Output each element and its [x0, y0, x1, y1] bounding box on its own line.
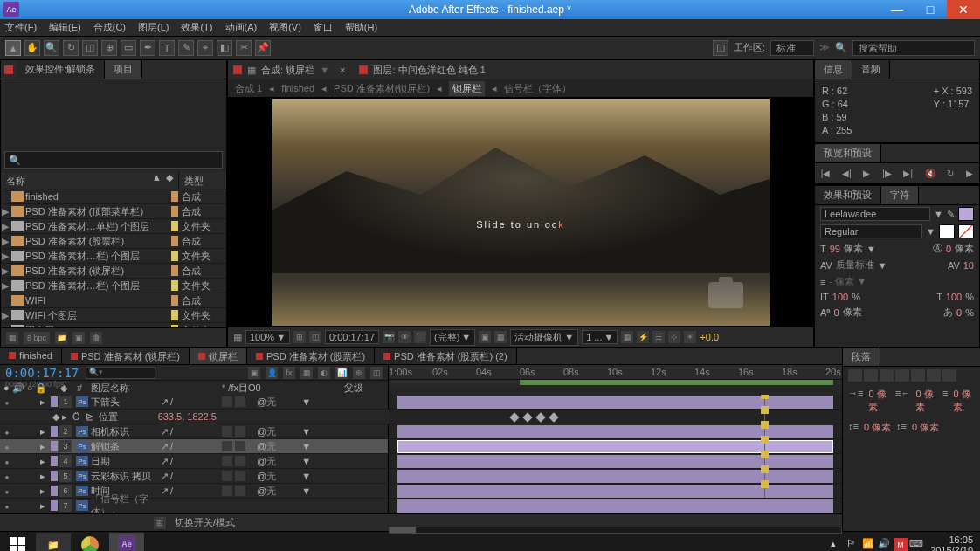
- time-ruler[interactable]: 1:00s02s04s06s08s10s12s14s16s18s20s: [389, 365, 842, 380]
- camera-tool[interactable]: ◫: [82, 40, 98, 56]
- timeline-icon[interactable]: ☰: [652, 331, 665, 343]
- tl-comp-icon[interactable]: ▣: [248, 367, 260, 379]
- project-item[interactable]: ▶PSD 准备素材 (锁屏栏)合成: [1, 264, 226, 279]
- indent-right[interactable]: 0 像素: [915, 388, 937, 414]
- flowchart-icon[interactable]: ⊹: [668, 331, 680, 343]
- align-right-icon[interactable]: [880, 369, 894, 382]
- views-dropdown[interactable]: 1 ... ▼: [582, 330, 618, 344]
- font-size-value[interactable]: 99: [830, 244, 840, 254]
- kerning-dropdown[interactable]: 质量标准: [836, 258, 874, 272]
- crumb-3[interactable]: 锁屏栏: [449, 81, 485, 96]
- tl-fx-icon[interactable]: fx: [283, 367, 295, 379]
- tl-draft3d-icon[interactable]: ◫: [370, 367, 383, 379]
- workspace-dropdown[interactable]: 标准: [770, 40, 814, 56]
- eraser-tool[interactable]: ◧: [217, 40, 232, 56]
- menu-animation[interactable]: 动画(A): [225, 21, 258, 34]
- first-frame-icon[interactable]: |◀: [821, 169, 831, 178]
- leading-value[interactable]: 0: [946, 244, 951, 254]
- zoom-tool[interactable]: 🔍: [44, 40, 59, 56]
- font-family-dropdown[interactable]: Leelawadee: [820, 207, 930, 221]
- task-chrome[interactable]: [72, 533, 107, 551]
- snap-icon[interactable]: ◫: [713, 40, 728, 56]
- taskbar-clock[interactable]: 16:052015/2/10: [930, 534, 973, 551]
- brush-tool[interactable]: ✎: [178, 40, 194, 56]
- project-item[interactable]: ▶PSD 准备素材…栏) 个图层文件夹: [1, 279, 226, 293]
- zoom-dropdown[interactable]: 100% ▼: [245, 330, 290, 344]
- project-item[interactable]: ▶PSD 准备素材…栏) 个图层文件夹: [1, 249, 226, 264]
- maximize-button[interactable]: □: [914, 0, 947, 19]
- baseline-value[interactable]: 0: [833, 307, 839, 318]
- toggle-switches-label[interactable]: 切换开关/模式: [175, 516, 235, 529]
- new-comp-icon[interactable]: ▣: [72, 332, 85, 344]
- tl-frameblend-icon[interactable]: ▦: [300, 367, 313, 379]
- tl-tab-2[interactable]: 锁屏栏: [190, 348, 247, 364]
- camera-dropdown[interactable]: 活动摄像机 ▼: [510, 329, 578, 346]
- menu-layer[interactable]: 图层(L): [138, 21, 169, 34]
- grid-icon[interactable]: ⊞: [293, 331, 306, 343]
- tl-tab-1[interactable]: PSD 准备素材 (锁屏栏): [62, 348, 190, 364]
- layer-info[interactable]: 图层: 中间色洋红色 纯色 1: [373, 64, 485, 77]
- project-search-input[interactable]: 🔍: [4, 151, 223, 169]
- space-after[interactable]: 0 像素: [912, 421, 939, 434]
- tab-character[interactable]: 字符: [881, 186, 919, 204]
- exposure-value[interactable]: +0.0: [700, 332, 719, 342]
- fill-color-swatch[interactable]: [958, 207, 974, 221]
- hscale-value[interactable]: 100: [946, 292, 962, 302]
- puppet-tool[interactable]: 📌: [255, 40, 271, 56]
- timeline-layer-row[interactable]: ▸3Ps解锁条↗/@无▼: [0, 439, 842, 454]
- crumb-4[interactable]: 信号栏（字体）: [504, 82, 571, 95]
- crumb-2[interactable]: PSD 准备素材(锁屏栏): [334, 82, 430, 95]
- tray-ime-icon[interactable]: M: [894, 538, 908, 551]
- tl-tab-4[interactable]: PSD 准备素材 (股票栏) (2): [375, 348, 517, 364]
- minimize-button[interactable]: —: [880, 0, 914, 19]
- toggle-mask-icon[interactable]: ◫: [309, 331, 321, 343]
- menu-help[interactable]: 帮助(H): [345, 21, 377, 34]
- type-tool[interactable]: T: [159, 40, 175, 56]
- current-time[interactable]: 0:00:17:17: [325, 330, 379, 344]
- tl-brainstorm-icon[interactable]: ⊛: [353, 367, 365, 379]
- interpret-icon[interactable]: ▦: [6, 332, 18, 344]
- tray-up-icon[interactable]: ▴: [831, 538, 845, 551]
- tray-network-icon[interactable]: 📶: [862, 538, 876, 551]
- font-style-dropdown[interactable]: Regular: [820, 224, 922, 238]
- tl-tab-0[interactable]: finished: [0, 348, 62, 364]
- selection-tool[interactable]: ▲: [5, 40, 21, 56]
- reset-exposure-icon[interactable]: ☀: [684, 331, 696, 343]
- pen-tool[interactable]: ✒: [140, 40, 155, 56]
- menu-window[interactable]: 窗口: [314, 21, 333, 34]
- zoom-slider[interactable]: [390, 527, 416, 533]
- resolution-dropdown[interactable]: (完整) ▼: [430, 329, 475, 346]
- justify-last-left-icon[interactable]: [895, 369, 909, 382]
- pixel-ar-icon[interactable]: ▦: [621, 331, 633, 343]
- timeline-search[interactable]: 🔍▾: [86, 367, 155, 379]
- no-stroke-icon[interactable]: [958, 224, 974, 238]
- search-help-input[interactable]: 搜索帮助: [852, 40, 975, 56]
- tl-tab-3[interactable]: PSD 准备素材 (股票栏): [247, 348, 375, 364]
- clone-tool[interactable]: ⌖: [197, 40, 213, 56]
- project-item[interactable]: ▶PSD 准备素材 (顶部菜单栏)合成: [1, 204, 226, 219]
- trash-icon[interactable]: 🗑: [90, 332, 102, 344]
- roto-tool[interactable]: ✂: [236, 40, 252, 56]
- tray-volume-icon[interactable]: 🔊: [878, 538, 892, 551]
- project-item[interactable]: ▶PSD 准备素材…单栏) 个图层文件夹: [1, 219, 226, 234]
- show-snapshot-icon[interactable]: 👁: [398, 331, 411, 343]
- tl-motionblur-icon[interactable]: ◐: [318, 367, 330, 379]
- timeline-layer-row[interactable]: ▸4Ps日期↗/@无▼: [0, 454, 842, 469]
- menu-composition[interactable]: 合成(C): [93, 21, 126, 34]
- menu-file[interactable]: 文件(F): [5, 21, 37, 34]
- project-item[interactable]: finished合成: [1, 189, 226, 204]
- tl-shy-icon[interactable]: 👤: [266, 367, 278, 379]
- start-button[interactable]: [0, 533, 35, 551]
- justify-all-icon[interactable]: [942, 369, 956, 382]
- close-button[interactable]: ✕: [947, 0, 980, 19]
- toggle-switches-icon[interactable]: ⊞: [154, 517, 166, 529]
- project-item[interactable]: WIFI合成: [1, 293, 226, 308]
- indent-first[interactable]: 0 像素: [953, 388, 975, 414]
- tab-paragraph[interactable]: 段落: [843, 348, 880, 366]
- timeline-layer-row[interactable]: ▸7Ps「信号栏（字体）」: [0, 499, 842, 513]
- bpc-badge[interactable]: 8 bpc: [24, 332, 50, 344]
- fast-preview-icon[interactable]: ⚡: [637, 331, 649, 343]
- menu-edit[interactable]: 编辑(E): [49, 21, 81, 34]
- timeline-layer-row[interactable]: ▸2Ps相机标识↗/@无▼: [0, 424, 842, 439]
- stroke-color-swatch[interactable]: [939, 224, 955, 238]
